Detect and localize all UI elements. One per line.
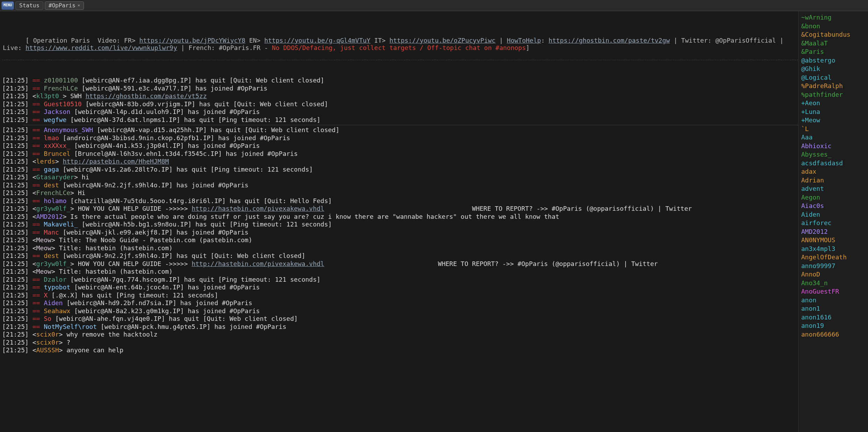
topic-link-en[interactable]: https://youtu.be/g-qGl4mVTuY	[264, 37, 370, 44]
nick[interactable]: kl3pt0_	[36, 92, 63, 100]
nick[interactable]: typobot	[44, 283, 70, 291]
nick[interactable]: dest	[44, 252, 59, 259]
nick[interactable]: FrenchLCe	[36, 189, 71, 196]
chat-area[interactable]: [ Operation Paris Video: FR> https://you…	[0, 11, 798, 432]
chat-line: [21:25] <Meow> Title: hastebin (hastebin…	[2, 268, 798, 276]
user-list-item[interactable]: adax	[801, 167, 865, 176]
nick[interactable]: Seahawx	[44, 307, 70, 315]
nick[interactable]: z01001100	[44, 77, 78, 84]
topic-howto-label[interactable]: HowToHelp	[507, 37, 541, 44]
nick[interactable]: So	[44, 315, 51, 322]
message-link[interactable]: http://hastebin.com/pivexakewa.vhdl	[192, 205, 324, 212]
nick[interactable]: Gtasaryder	[36, 173, 74, 181]
topic-link-fr[interactable]: https://youtu.be/jPDcYWiycY8	[139, 37, 245, 44]
user-list-item[interactable]: Ano34_n	[801, 279, 865, 288]
nick[interactable]: Meow	[36, 244, 51, 252]
nick[interactable]: lmao	[44, 134, 59, 142]
nick[interactable]: lerds	[36, 158, 55, 165]
timestamp: [21:25]	[2, 346, 33, 354]
nick[interactable]: Guest10510	[44, 100, 81, 108]
system-message: [webirc@AN-37d.6at.lnpms1.IP] has quit […	[66, 116, 320, 123]
nick[interactable]: gr3yw0lf_	[36, 260, 71, 267]
nick[interactable]: holamo	[44, 197, 66, 204]
tab-channel-opparis[interactable]: #OpParis ✕	[45, 1, 84, 10]
user-list-item[interactable]: %PadreRalph	[801, 82, 865, 91]
system-marker: ==	[33, 100, 44, 108]
nick[interactable]: Anonymous_SWH	[44, 126, 93, 134]
message-link[interactable]: http://hastebin.com/pivexakewa.vhdl	[192, 260, 324, 267]
user-list-item[interactable]: &bnon	[801, 22, 865, 31]
user-list-item[interactable]: AN0NYMOUS	[801, 236, 865, 245]
nick[interactable]: scix0r	[36, 339, 59, 346]
user-list-item[interactable]: Aaa	[801, 133, 865, 142]
nick[interactable]: Manc	[44, 229, 59, 236]
user-list-item[interactable]: Abhioxic	[801, 142, 865, 151]
topic-link-it[interactable]: https://youtu.be/oZPucyvPiwc	[389, 37, 495, 44]
timestamp: [21:25]	[2, 276, 33, 283]
nick[interactable]: Meow	[36, 268, 51, 275]
user-list-item[interactable]: @Logical	[801, 73, 865, 82]
user-list-item[interactable]: AnnoD	[801, 270, 865, 279]
nick[interactable]: Jackson	[44, 108, 70, 115]
chat-line: [21:25] == Jackson [webirc@AN-l4p.d1d.uu…	[2, 108, 798, 116]
user-list-item[interactable]: Aegon	[801, 193, 865, 202]
timestamp: [21:25]	[2, 268, 33, 275]
tab-status[interactable]: Status	[15, 1, 43, 10]
chat-line: [21:25] == z01001100 [webirc@AN-ef7.iaa.…	[2, 77, 798, 85]
user-list-item[interactable]: anon19	[801, 322, 865, 330]
topic-link-live[interactable]: https://www.reddit.com/live/vwwnkuplwr9y	[26, 44, 177, 51]
user-list-item[interactable]: Abysses_	[801, 150, 865, 159]
user-list-item[interactable]: Adrian	[801, 176, 865, 185]
user-list-item[interactable]: @abstergo	[801, 56, 865, 65]
menu-button[interactable]: MENU	[1, 1, 14, 10]
nick[interactable]: dest	[44, 181, 59, 189]
user-list-item[interactable]: ~wArning	[801, 13, 865, 22]
message-link[interactable]: https://ghostbin.com/paste/vt5zz	[85, 92, 207, 100]
nick[interactable]: wegfwe	[44, 116, 66, 123]
system-marker: ==	[33, 116, 44, 123]
user-list-item[interactable]: anon666666	[801, 330, 865, 339]
topic-link-howto[interactable]: https://ghostbin.com/paste/tv2gw	[549, 37, 670, 44]
user-list-item[interactable]: %pathfinder	[801, 91, 865, 99]
user-list-item[interactable]: anon	[801, 296, 865, 305]
user-list-item[interactable]: +Luna	[801, 108, 865, 116]
nick[interactable]: FrenchLCe	[44, 85, 78, 92]
user-list-item[interactable]: Aiac0s	[801, 202, 865, 210]
nick[interactable]: NotMySelf\root	[44, 323, 97, 330]
nick[interactable]: AUSSSH	[36, 346, 59, 354]
user-list-item[interactable]: +Aeon	[801, 99, 865, 108]
user-list-item[interactable]: an3x4mpl3	[801, 245, 865, 253]
user-list[interactable]: ~wArning&bnon&Cogitabundus&MaalaT&Paris@…	[798, 11, 868, 432]
user-list-item[interactable]: &MaalaT	[801, 39, 865, 48]
nick[interactable]: scix0r	[36, 331, 59, 338]
nick[interactable]: gaga	[44, 166, 59, 173]
nick[interactable]: Bruncel	[44, 150, 70, 157]
user-list-item[interactable]: anon1	[801, 304, 865, 313]
user-list-item[interactable]: @Ghik	[801, 65, 865, 73]
nick[interactable]: xxXXxx_	[44, 142, 70, 149]
user-list-item[interactable]: Aiden	[801, 210, 865, 219]
nick[interactable]: Makaveli_	[44, 221, 78, 228]
close-icon[interactable]: ✕	[78, 3, 80, 8]
system-message: [webirc@AN-ahe.fqn.vj4qe0.IP] has quit […	[51, 315, 298, 322]
nick[interactable]: X	[44, 291, 48, 299]
nick[interactable]: Meow	[36, 236, 51, 244]
user-list-item[interactable]: AngelOfDeath	[801, 253, 865, 262]
nick[interactable]: Aiden	[44, 299, 63, 307]
user-list-item[interactable]: &Paris	[801, 48, 865, 56]
user-list-item[interactable]: airforec	[801, 219, 865, 228]
user-list-item[interactable]: `L	[801, 125, 865, 134]
user-list-item[interactable]: anno99997	[801, 262, 865, 271]
user-list-item[interactable]: &Cogitabundus	[801, 30, 865, 39]
nick[interactable]: Dzalor	[44, 276, 66, 283]
message-link[interactable]: http://pastebin.com/HheHJM8M	[63, 158, 169, 165]
user-list-item[interactable]: advent	[801, 185, 865, 193]
chat-line: [21:25] <lerds> http://pastebin.com/HheH…	[2, 158, 798, 166]
user-list-item[interactable]: +Meow	[801, 116, 865, 125]
nick[interactable]: gr3yw0lf_	[36, 205, 71, 212]
user-list-item[interactable]: acsdfasdasd	[801, 159, 865, 168]
nick[interactable]: AMD2012	[36, 213, 63, 220]
user-list-item[interactable]: anon1616	[801, 313, 865, 322]
user-list-item[interactable]: AnoGuestFR	[801, 287, 865, 296]
user-list-item[interactable]: AMD2012	[801, 228, 865, 236]
